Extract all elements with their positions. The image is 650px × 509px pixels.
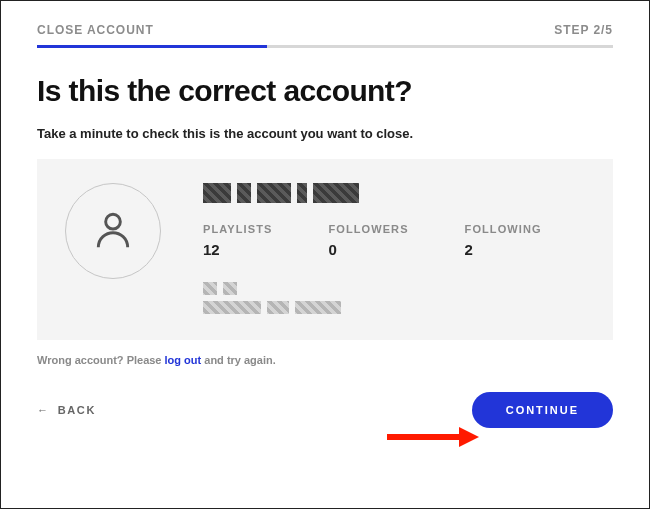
- avatar: [65, 183, 161, 314]
- stat-label: FOLLOWING: [465, 223, 542, 235]
- stat-following: FOLLOWING 2: [465, 223, 542, 258]
- progress-fill: [37, 45, 267, 48]
- back-button[interactable]: ← BACK: [37, 404, 96, 416]
- account-name-redacted: [203, 183, 587, 203]
- heading: Is this the correct account?: [37, 74, 613, 108]
- stat-label: FOLLOWERS: [328, 223, 408, 235]
- arrow-left-icon: ←: [37, 404, 50, 416]
- stat-label: PLAYLISTS: [203, 223, 272, 235]
- step-indicator: STEP 2/5: [554, 23, 613, 37]
- user-icon: [91, 207, 135, 255]
- page-title: CLOSE ACCOUNT: [37, 23, 154, 37]
- stat-playlists: PLAYLISTS 12: [203, 223, 272, 258]
- stat-value: 2: [465, 241, 542, 258]
- stat-value: 0: [328, 241, 408, 258]
- svg-point-0: [106, 214, 121, 229]
- stat-followers: FOLLOWERS 0: [328, 223, 408, 258]
- progress-bar: [37, 45, 613, 48]
- continue-button[interactable]: CONTINUE: [472, 392, 613, 428]
- wrong-account-hint: Wrong account? Please log out and try ag…: [37, 354, 613, 366]
- logout-link[interactable]: log out: [165, 354, 202, 366]
- account-meta-redacted: [203, 282, 587, 314]
- subtitle: Take a minute to check this is the accou…: [37, 126, 613, 141]
- stat-value: 12: [203, 241, 272, 258]
- account-card: PLAYLISTS 12 FOLLOWERS 0 FOLLOWING 2: [37, 159, 613, 340]
